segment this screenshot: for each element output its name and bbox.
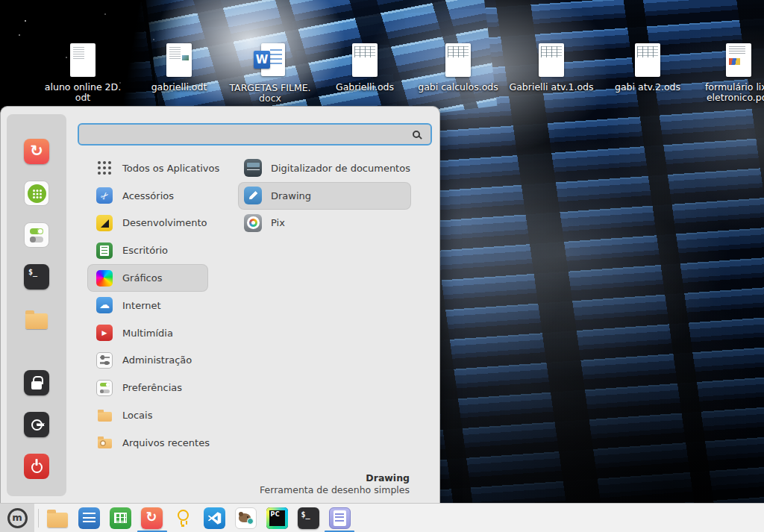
desktop-icon[interactable]: formulário lixo eletronico.pdf: [694, 43, 764, 102]
desktop-icon[interactable]: W TARGETAS FILME. docx: [225, 43, 315, 103]
app-list: Digitalizador de documentos Drawing Pix: [238, 154, 411, 237]
desktop-icon[interactable]: gabrielli.odt: [134, 43, 224, 93]
odt-file-icon: [70, 43, 96, 77]
file-label: gabi atv.2.ods: [615, 82, 680, 93]
category-all-apps[interactable]: Todos os Aplicativos: [87, 154, 208, 182]
category-development[interactable]: Desenvolvimento: [87, 210, 208, 237]
search-box: [78, 123, 432, 145]
document-viewer-icon: [329, 507, 351, 529]
dbeaver-launcher[interactable]: [234, 507, 257, 529]
logout-button[interactable]: [23, 411, 50, 438]
desktop-icon[interactable]: Gabrielli.ods: [320, 43, 410, 93]
drawing-app-icon: [244, 187, 262, 204]
logout-icon: [24, 412, 49, 437]
desktop-icon[interactable]: gabi atv.2.ods: [603, 43, 692, 93]
lightbulb-icon: [178, 510, 189, 521]
office-icon: [96, 242, 113, 259]
word-file-icon: W: [254, 43, 286, 78]
accessories-icon: ✂: [96, 187, 113, 204]
libreoffice-writer-icon: [78, 507, 100, 529]
lock-screen-button[interactable]: [23, 369, 50, 396]
all-apps-grid-icon: [96, 160, 113, 176]
dbeaver-icon: [235, 507, 257, 529]
libreoffice-calc-icon: [110, 507, 131, 529]
wallpaper-stars: [25, 20, 26, 22]
pdf-file-icon: [726, 43, 751, 77]
recent-files-icon: [96, 434, 113, 451]
system-settings-icon: [24, 222, 49, 248]
refresh-app-icon: ↻: [141, 507, 163, 529]
pycharm-launcher[interactable]: PC: [266, 507, 288, 529]
document-scanner-icon: [244, 159, 262, 177]
libreoffice-writer-launcher[interactable]: [78, 507, 100, 529]
terminal-launcher[interactable]: $_: [297, 507, 319, 529]
multimedia-icon: ▶: [96, 325, 113, 341]
desktop-icon[interactable]: aluno online 2D. odt: [38, 43, 128, 102]
administration-icon: [96, 352, 113, 369]
app-pix[interactable]: Pix: [238, 210, 411, 237]
ods-file-icon: [445, 43, 471, 77]
pix-app-icon: [244, 214, 262, 232]
taskbar: m ↻ PC $_: [0, 503, 764, 532]
libreoffice-calc-launcher[interactable]: [109, 507, 131, 529]
search-icon: [413, 131, 420, 138]
file-label: Gabrielli atv.1.ods: [510, 82, 594, 93]
lock-screen-icon: [24, 370, 49, 395]
menu-sidebar: ↻ $_: [7, 114, 66, 496]
preferences-icon: [96, 380, 113, 396]
file-label: formulário lixo eletronico.pdf: [705, 82, 764, 102]
mint-menu-popup: ↻ $_ Todos os Aplicativos ✂ Acessórios D…: [0, 106, 440, 503]
category-multimedia[interactable]: ▶ Multimídia: [87, 319, 208, 347]
file-label: TARGETAS FILME. docx: [229, 83, 310, 103]
app-drawing[interactable]: Drawing: [238, 182, 411, 210]
odt-file-icon: [166, 43, 192, 77]
terminal-icon: $_: [298, 507, 319, 529]
graphics-icon: [96, 270, 113, 287]
document-viewer-launcher[interactable]: [328, 507, 351, 529]
category-graphics[interactable]: Gráficos: [87, 264, 208, 292]
ods-file-icon: [352, 43, 378, 77]
selected-app-info: Drawing Ferramenta de desenho simples: [260, 472, 410, 495]
terminal-button[interactable]: $_: [23, 263, 50, 290]
app-info-description: Ferramenta de desenho simples: [260, 484, 410, 495]
refresh-app-button[interactable]: ↻: [23, 138, 50, 165]
category-accessories[interactable]: ✂ Acessórios: [87, 182, 208, 210]
category-office[interactable]: Escritório: [87, 237, 208, 264]
ods-file-icon: [635, 43, 660, 77]
files-folder-icon: [47, 513, 68, 528]
refresh-app-launcher[interactable]: ↻: [140, 507, 163, 529]
terminal-icon: $_: [24, 264, 49, 290]
category-list: Todos os Aplicativos ✂ Acessórios Desenv…: [87, 154, 208, 457]
shutdown-icon: [24, 454, 49, 479]
file-label: gabi calculos.ods: [418, 82, 498, 93]
development-icon: [96, 215, 113, 231]
taskbar-launchers: ↻ PC $_: [46, 504, 351, 532]
category-preferences[interactable]: Preferências: [87, 374, 208, 401]
app-document-scanner[interactable]: Digitalizador de documentos: [238, 154, 411, 182]
file-label: Gabrielli.ods: [336, 82, 394, 93]
desktop-icon[interactable]: gabi calculos.ods: [413, 43, 503, 93]
category-internet[interactable]: ☁ Internet: [87, 292, 208, 319]
files-button[interactable]: [23, 306, 50, 333]
file-label: gabrielli.odt: [151, 82, 207, 93]
file-label: aluno online 2D. odt: [45, 82, 121, 102]
ods-file-icon: [539, 43, 564, 77]
shutdown-button[interactable]: [23, 453, 50, 480]
mint-menu-button[interactable]: m: [0, 504, 34, 532]
mint-menu-icon: m: [7, 508, 28, 528]
category-recent-files[interactable]: Arquivos recentes: [87, 429, 208, 457]
places-folder-icon: [96, 407, 113, 424]
desktop-icon[interactable]: Gabrielli atv.1.ods: [507, 43, 596, 93]
files-launcher[interactable]: [46, 507, 69, 529]
pycharm-icon: PC: [266, 507, 288, 529]
system-settings-button[interactable]: [23, 222, 50, 248]
taskbar-separator: [38, 509, 39, 528]
refresh-app-icon: ↻: [24, 139, 49, 164]
search-input[interactable]: [79, 125, 413, 144]
category-administration[interactable]: Administração: [87, 347, 208, 375]
category-places[interactable]: Locais: [87, 401, 208, 429]
color-temperature-launcher[interactable]: [172, 507, 194, 529]
software-manager-button[interactable]: [23, 180, 50, 207]
software-manager-icon: [24, 181, 49, 206]
vscode-launcher[interactable]: [203, 507, 225, 529]
